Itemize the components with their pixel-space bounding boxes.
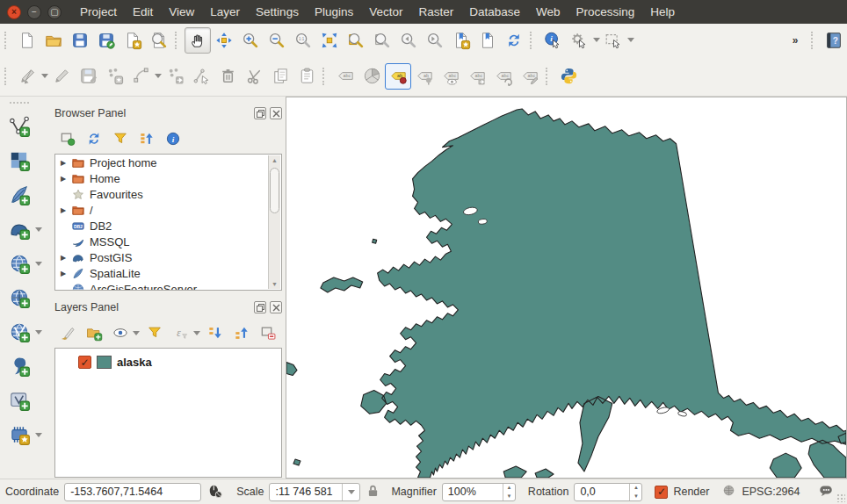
add-selected-layers-button[interactable]: [56, 127, 79, 150]
map-canvas[interactable]: [286, 97, 847, 479]
render-checkbox[interactable]: ✓: [655, 486, 668, 499]
open-project-button[interactable]: [40, 27, 67, 54]
zoom-to-layer-button[interactable]: [343, 27, 369, 54]
menu-project[interactable]: Project: [72, 0, 125, 24]
add-wms-layer-button[interactable]: [4, 248, 34, 278]
browser-item-postgis[interactable]: ▶PostGIS: [55, 249, 281, 265]
toolbar-handle[interactable]: [4, 32, 11, 49]
show-layout-manager-button[interactable]: [146, 27, 172, 54]
copy-features-button[interactable]: [267, 63, 293, 90]
add-wfs-layer-button[interactable]: [4, 317, 34, 347]
layer-visibility-checkbox[interactable]: ✓: [78, 356, 91, 369]
layers-panel-close-button[interactable]: [270, 301, 282, 313]
menu-edit[interactable]: Edit: [125, 0, 161, 24]
add-feature-button[interactable]: [101, 63, 127, 90]
change-label-button[interactable]: abc: [517, 63, 543, 90]
browser-item-mssql[interactable]: MSSQL: [55, 234, 281, 249]
manage-map-themes-button-dropdown-icon[interactable]: [133, 331, 140, 335]
magnifier-up-icon[interactable]: ▲: [503, 484, 515, 493]
zoom-to-selection-button[interactable]: [369, 27, 395, 54]
scroll-down-icon[interactable]: ▼: [269, 281, 280, 287]
rotate-label-button[interactable]: abc: [490, 63, 517, 90]
add-delimited-text-layer-button[interactable]: [4, 351, 34, 381]
mouse-position-toggle-icon[interactable]: [206, 482, 224, 502]
save-layer-edits-button[interactable]: [75, 63, 101, 90]
vertex-tool-button[interactable]: [188, 63, 214, 90]
zoom-out-button[interactable]: [264, 27, 290, 54]
manage-map-themes-button[interactable]: [109, 321, 132, 344]
toolbar-handle[interactable]: [811, 32, 818, 49]
add-wms-layer-button-dropdown-icon[interactable]: [35, 262, 42, 266]
coordinate-input[interactable]: -153.7607,71.5464: [64, 483, 201, 501]
layers-panel-float-button[interactable]: [254, 301, 266, 313]
browser-item-home[interactable]: ▶Home: [55, 170, 281, 186]
menu-processing[interactable]: Processing: [568, 0, 643, 24]
menu-layer[interactable]: Layer: [202, 0, 248, 24]
menu-web[interactable]: Web: [528, 0, 568, 24]
scroll-up-icon[interactable]: ▲: [269, 157, 280, 163]
toolbar-grip[interactable]: [10, 102, 29, 107]
collapse-all-button[interactable]: [135, 127, 158, 150]
collapse-all-layers-button[interactable]: [230, 321, 253, 344]
menu-view[interactable]: View: [161, 0, 202, 24]
pin-labels-button[interactable]: ab: [411, 63, 438, 90]
browser-item-project-home[interactable]: ▶Project home: [55, 155, 281, 170]
browser-item-spatialite[interactable]: ▶SpatiaLite: [55, 265, 281, 281]
add-raster-layer-button[interactable]: [4, 146, 34, 176]
add-postgis-layer-button-dropdown-icon[interactable]: [35, 227, 42, 232]
toolbar-handle[interactable]: [322, 68, 329, 85]
add-wfs-layer-button-dropdown-icon[interactable]: [35, 330, 42, 335]
rotation-up-icon[interactable]: ▲: [630, 484, 641, 493]
menu-database[interactable]: Database: [461, 0, 528, 24]
current-edits-button[interactable]: [14, 63, 40, 90]
add-circular-string-button[interactable]: [127, 63, 154, 90]
cut-features-button[interactable]: [241, 63, 267, 90]
refresh-map-button[interactable]: [501, 27, 527, 54]
filter-by-expression-button[interactable]: ε: [170, 321, 192, 344]
python-console-button[interactable]: [555, 63, 582, 90]
resize-grip[interactable]: [836, 493, 845, 502]
highlight-pinned-labels-button[interactable]: abc: [438, 63, 464, 90]
toolbar-handle[interactable]: [546, 68, 553, 85]
new-project-button[interactable]: [14, 27, 40, 54]
move-feature-button[interactable]: [162, 63, 188, 90]
zoom-in-button[interactable]: [237, 27, 264, 54]
window-maximize-button[interactable]: ▢: [47, 5, 62, 19]
expand-icon[interactable]: ▶: [59, 270, 68, 277]
pan-to-selection-button[interactable]: [211, 27, 237, 54]
filter-browser-button[interactable]: [109, 127, 132, 150]
window-close-button[interactable]: ×: [7, 5, 21, 19]
select-features-button-dropdown-icon[interactable]: [627, 38, 634, 42]
new-geopackage-layer-button[interactable]: [4, 420, 34, 450]
browser-panel-close-button[interactable]: [270, 107, 282, 119]
layer-item-alaska[interactable]: ✓alaska: [55, 349, 281, 369]
open-layer-styling-button[interactable]: [56, 321, 79, 344]
help-button[interactable]: ?: [821, 27, 847, 54]
menu-vector[interactable]: Vector: [361, 0, 410, 24]
browser-panel-float-button[interactable]: [254, 107, 266, 119]
menu-help[interactable]: Help: [642, 0, 683, 24]
messages-icon[interactable]: [817, 483, 835, 501]
magnifier-spinbox[interactable]: 100% ▲▼: [442, 483, 516, 501]
magnifier-down-icon[interactable]: ▼: [503, 492, 515, 500]
expand-icon[interactable]: ▶: [59, 254, 68, 262]
filter-legend-button[interactable]: [143, 321, 166, 344]
current-edits-button-dropdown-icon[interactable]: [41, 74, 48, 78]
show-bookmarks-button[interactable]: [474, 27, 501, 54]
diagram-options-button[interactable]: [358, 63, 385, 90]
add-postgis-layer-button[interactable]: [4, 214, 34, 244]
crs-globe-icon[interactable]: [721, 483, 736, 500]
scale-lock-icon[interactable]: [366, 483, 380, 501]
toolbar-handle[interactable]: [4, 68, 11, 85]
layer-labeling-button[interactable]: ab: [385, 63, 411, 90]
remove-layer-button[interactable]: [257, 321, 279, 344]
toolbar-handle[interactable]: [175, 32, 182, 49]
refresh-browser-button[interactable]: [83, 127, 105, 150]
select-features-button[interactable]: [600, 27, 626, 54]
paste-features-button[interactable]: [293, 63, 320, 90]
add-spatialite-layer-button[interactable]: [4, 180, 34, 210]
browser-item--[interactable]: ▶/: [55, 202, 281, 218]
browser-item-db2[interactable]: DB2DB2: [55, 218, 281, 234]
save-project-as-button[interactable]: [93, 27, 119, 54]
add-circular-string-button-dropdown-icon[interactable]: [155, 74, 162, 78]
